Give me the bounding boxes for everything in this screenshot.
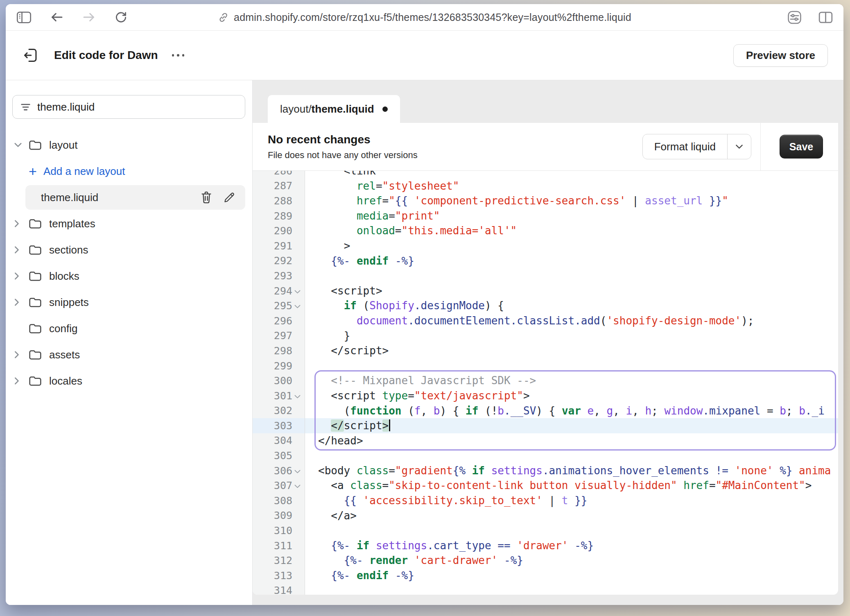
code-line-310[interactable]: 310: [253, 523, 838, 538]
fold-chevron-icon[interactable]: [292, 393, 302, 399]
address-bar[interactable]: admin.shopify.com/store/rzq1xu-f5/themes…: [218, 4, 631, 30]
code-line-text[interactable]: [305, 448, 838, 463]
code-line-304[interactable]: 304</head>: [253, 433, 838, 448]
code-line-294[interactable]: 294 <script>: [253, 283, 838, 299]
format-options-dropdown[interactable]: [727, 134, 751, 159]
code-line-text[interactable]: >: [305, 238, 838, 254]
fold-chevron-icon[interactable]: [292, 468, 302, 473]
code-line-307[interactable]: 307 <a class="skip-to-content-link butto…: [253, 478, 838, 493]
delete-file-icon[interactable]: [200, 191, 212, 204]
code-line-311[interactable]: 311 {%- if settings.cart_type == 'drawer…: [253, 538, 838, 553]
chevron-right-icon[interactable]: [14, 298, 29, 306]
exit-icon[interactable]: [22, 47, 39, 64]
code-line-text[interactable]: {%- render 'cart-drawer' -%}: [305, 553, 838, 568]
code-line-308[interactable]: 308 {{ 'accessibility.skip_to_text' | t …: [253, 493, 838, 508]
chevron-right-icon[interactable]: [14, 377, 29, 385]
code-line-301[interactable]: 301 <script type="text/javascript">: [253, 388, 838, 403]
code-line-291[interactable]: 291 >: [253, 238, 838, 254]
code-line-287[interactable]: 287 rel="stylesheet": [253, 179, 838, 194]
code-line-text[interactable]: onload="this.media='all'": [305, 223, 838, 238]
code-line-299[interactable]: 299: [253, 358, 838, 374]
overflow-menu-icon[interactable]: [172, 54, 185, 57]
forward-icon[interactable]: [82, 11, 96, 23]
code-line-text[interactable]: rel="stylesheet": [305, 179, 838, 194]
sidebar-item-blocks[interactable]: blocks: [6, 263, 252, 289]
code-line-text[interactable]: {%- endif -%}: [305, 254, 838, 269]
code-line-text[interactable]: [305, 523, 838, 538]
code-line-text[interactable]: {%- endif -%}: [305, 568, 838, 583]
file-search-box[interactable]: [12, 95, 245, 119]
sidebar-toggle-icon[interactable]: [16, 11, 32, 24]
sidebar-item-config[interactable]: config: [6, 315, 252, 342]
code-line-text[interactable]: </a>: [305, 508, 838, 523]
code-line-text[interactable]: <!-- Mixpanel Javascript SDK -->: [305, 373, 838, 388]
fold-chevron-icon[interactable]: [292, 288, 302, 294]
code-line-text[interactable]: <script>: [305, 283, 838, 299]
sidebar-item-add-a-new-layout[interactable]: +Add a new layout: [6, 158, 252, 184]
save-button[interactable]: Save: [780, 135, 823, 159]
fold-spacer: [292, 260, 302, 262]
code-line-297[interactable]: 297 }: [253, 328, 838, 344]
code-line-text[interactable]: <body class="gradient{% if settings.anim…: [305, 463, 838, 478]
sidebar-item-layout[interactable]: layout: [6, 132, 252, 158]
code-line-306[interactable]: 306<body class="gradient{% if settings.a…: [253, 463, 838, 478]
code-line-286[interactable]: 286 <link: [253, 171, 838, 179]
preview-store-button[interactable]: Preview store: [733, 44, 828, 67]
code-line-303[interactable]: 303 </script>: [253, 418, 838, 433]
code-line-312[interactable]: 312 {%- render 'cart-drawer' -%}: [253, 553, 838, 568]
format-liquid-button[interactable]: Format liquid: [643, 134, 727, 159]
code-line-290[interactable]: 290 onload="this.media='all'": [253, 223, 838, 238]
code-line-296[interactable]: 296 document.documentElement.classList.a…: [253, 313, 838, 328]
code-line-text[interactable]: [305, 268, 838, 283]
code-line-text[interactable]: <script type="text/javascript">: [305, 388, 838, 403]
sidebar-item-snippets[interactable]: snippets: [6, 289, 252, 315]
code-line-293[interactable]: 293: [253, 268, 838, 283]
sidebar-item-assets[interactable]: assets: [6, 342, 252, 368]
code-line-314[interactable]: 314: [253, 583, 838, 595]
code-line-text[interactable]: </script>: [305, 343, 838, 358]
chevron-right-icon[interactable]: [14, 272, 29, 280]
sidebar-item-templates[interactable]: templates: [6, 211, 252, 237]
edit-file-icon[interactable]: [223, 191, 235, 204]
page-settings-icon[interactable]: [787, 10, 802, 25]
code-line-text[interactable]: document.documentElement.classList.add('…: [305, 313, 838, 328]
chevron-down-icon[interactable]: [14, 142, 29, 148]
code-line-text[interactable]: [305, 583, 838, 595]
search-input[interactable]: [37, 101, 237, 113]
code-line-313[interactable]: 313 {%- endif -%}: [253, 568, 838, 583]
sidebar-item-theme-liquid[interactable]: theme.liquid: [25, 185, 245, 210]
code-line-309[interactable]: 309 </a>: [253, 508, 838, 523]
code-line-text[interactable]: media="print": [305, 208, 838, 224]
sidebar-item-sections[interactable]: sections: [6, 237, 252, 263]
code-line-305[interactable]: 305: [253, 448, 838, 463]
code-line-289[interactable]: 289 media="print": [253, 208, 838, 224]
code-line-text[interactable]: </head>: [305, 433, 838, 448]
sidebar-item-locales[interactable]: locales: [6, 368, 252, 394]
code-line-text[interactable]: [305, 358, 838, 374]
split-view-icon[interactable]: [818, 11, 833, 24]
code-line-text[interactable]: href="{{ 'component-predictive-search.cs…: [305, 193, 838, 208]
code-line-298[interactable]: 298 </script>: [253, 343, 838, 358]
reload-icon[interactable]: [114, 11, 128, 24]
fold-chevron-icon[interactable]: [292, 303, 302, 308]
fold-chevron-icon[interactable]: [292, 483, 302, 488]
code-line-text[interactable]: if (Shopify.designMode) {: [305, 298, 838, 313]
code-line-292[interactable]: 292 {%- endif -%}: [253, 254, 838, 269]
tab-theme-liquid[interactable]: layout/theme.liquid: [268, 95, 400, 123]
code-line-text[interactable]: </script>: [305, 418, 838, 433]
code-line-295[interactable]: 295 if (Shopify.designMode) {: [253, 298, 838, 313]
code-line-288[interactable]: 288 href="{{ 'component-predictive-searc…: [253, 193, 838, 208]
code-line-text[interactable]: <link: [305, 171, 838, 179]
back-icon[interactable]: [50, 11, 64, 23]
code-line-302[interactable]: 302 (function (f, b) { if (!b.__SV) { va…: [253, 403, 838, 419]
code-line-text[interactable]: {%- if settings.cart_type == 'drawer' -%…: [305, 538, 838, 553]
chevron-right-icon[interactable]: [14, 246, 29, 254]
code-line-text[interactable]: }: [305, 328, 838, 344]
code-line-300[interactable]: 300 <!-- Mixpanel Javascript SDK -->: [253, 373, 838, 388]
code-line-text[interactable]: <a class="skip-to-content-link button vi…: [305, 478, 838, 493]
code-editor[interactable]: 286 <link287 rel="stylesheet"288 href="{…: [253, 171, 838, 595]
chevron-right-icon[interactable]: [14, 220, 29, 228]
chevron-right-icon[interactable]: [14, 351, 29, 359]
code-line-text[interactable]: (function (f, b) { if (!b.__SV) { var e,…: [305, 403, 838, 419]
code-line-text[interactable]: {{ 'accessibility.skip_to_text' | t }}: [305, 493, 838, 508]
